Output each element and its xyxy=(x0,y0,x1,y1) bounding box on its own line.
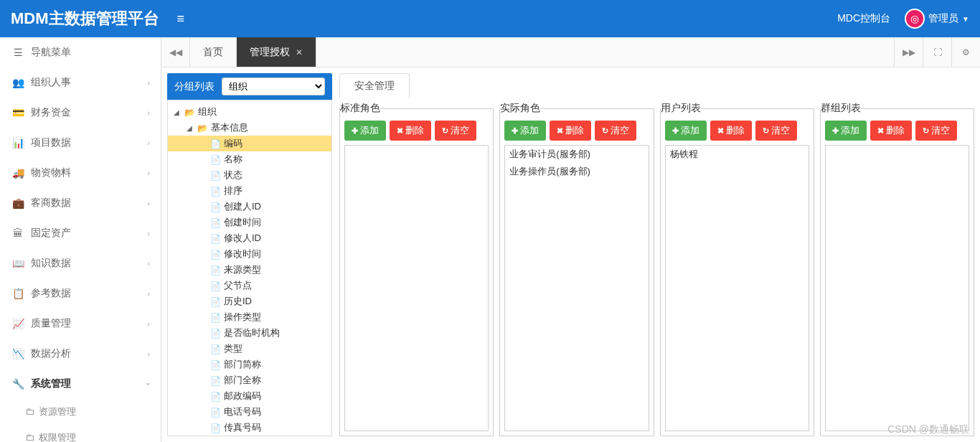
settings-button[interactable]: ⚙ xyxy=(951,37,980,67)
tree-root[interactable]: ◢组织 xyxy=(168,104,331,120)
tree-leaf-16[interactable]: 电话号码 xyxy=(168,404,331,420)
tree-leaf-7[interactable]: 来源类型 xyxy=(168,262,331,278)
user-menu[interactable]: 管理员 ▼ xyxy=(905,9,969,29)
chevron-right-icon: › xyxy=(147,108,150,117)
tree-leaf-8[interactable]: 父节点 xyxy=(168,278,331,293)
panel-1: 实际角色✚添加✖删除↻清空业务审计员(服务部)业务操作员(服务部) xyxy=(499,102,654,436)
sidebar-item-label: 财务资金 xyxy=(31,106,71,119)
panel-list[interactable] xyxy=(825,145,969,431)
fullscreen-button[interactable]: ⛶ xyxy=(923,37,951,67)
panel-list[interactable] xyxy=(344,145,489,431)
tree-leaf-5[interactable]: 修改人ID xyxy=(168,230,331,246)
file-icon xyxy=(210,217,222,227)
sidebar-item-3[interactable]: 📊项目数据› xyxy=(0,128,161,158)
tabs-scroll-right[interactable]: ▶▶ xyxy=(894,37,923,67)
add-button[interactable]: ✚添加 xyxy=(504,121,546,141)
tree-leaf-14[interactable]: 部门全称 xyxy=(168,372,331,388)
tree-node-label: 修改时间 xyxy=(224,248,261,260)
close-icon[interactable]: ✕ xyxy=(296,47,303,57)
tree-node-label: 部门全称 xyxy=(224,374,261,387)
tree-leaf-4[interactable]: 创建时间 xyxy=(168,215,331,230)
clr-button[interactable]: ↻清空 xyxy=(595,121,636,141)
tree-leaf-10[interactable]: 操作类型 xyxy=(168,309,331,325)
tree-leaf-3[interactable]: 创建人ID xyxy=(168,199,331,215)
sidebar-item-1[interactable]: 👥组织人事› xyxy=(0,67,161,98)
sidebar-item-label: 项目数据 xyxy=(31,136,71,149)
del-button[interactable]: ✖删除 xyxy=(550,121,591,141)
tree-group[interactable]: ◢基本信息 xyxy=(168,120,331,136)
list-item[interactable]: 业务审计员(服务部) xyxy=(505,146,648,163)
tab-home[interactable]: 首页 xyxy=(190,37,237,67)
sidebar-item-6[interactable]: 🏛固定资产› xyxy=(0,218,161,248)
del-button[interactable]: ✖删除 xyxy=(710,121,752,141)
clr-button[interactable]: ↻清空 xyxy=(915,121,957,141)
file-icon xyxy=(210,375,222,385)
sidebar-item-4[interactable]: 🚚物资物料› xyxy=(0,158,161,188)
clr-button[interactable]: ↻清空 xyxy=(435,121,476,141)
tree-leaf-11[interactable]: 是否临时机构 xyxy=(168,325,331,341)
console-link[interactable]: MDC控制台 xyxy=(837,12,890,25)
del-button[interactable]: ✖删除 xyxy=(390,121,431,141)
tree-leaf-9[interactable]: 历史ID xyxy=(168,293,331,309)
group-select[interactable]: 组织 xyxy=(222,77,325,95)
file-icon xyxy=(210,154,222,164)
sidebar-item-11[interactable]: 🔧系统管理› xyxy=(0,369,161,399)
tree-toggle-icon[interactable]: ◢ xyxy=(187,124,195,132)
sidebar-item-9[interactable]: 📈质量管理› xyxy=(0,309,161,339)
clr-icon: ↻ xyxy=(442,126,448,136)
menu-toggle-icon[interactable]: ≡ xyxy=(177,11,185,27)
tree-leaf-18[interactable]: 主数据编码 xyxy=(168,436,331,436)
file-icon xyxy=(210,423,222,433)
location-icon xyxy=(905,9,925,29)
tree-leaf-12[interactable]: 类型 xyxy=(168,341,331,357)
sidebar-subitem-label: 资源管理 xyxy=(39,406,76,417)
sidebar-item-0[interactable]: ☰导航菜单 xyxy=(0,37,161,67)
sidebar-item-10[interactable]: 📉数据分析› xyxy=(0,339,161,369)
panel-title: 标准角色 xyxy=(340,102,380,115)
tree-leaf-15[interactable]: 邮政编码 xyxy=(168,388,331,404)
sidebar-subitem-0[interactable]: 🗀资源管理 xyxy=(0,399,161,425)
sidebar-item-2[interactable]: 💳财务资金› xyxy=(0,98,161,128)
add-button[interactable]: ✚添加 xyxy=(825,121,867,141)
file-icon xyxy=(210,391,222,401)
sidebar-item-5[interactable]: 💼客商数据› xyxy=(0,188,161,218)
add-button[interactable]: ✚添加 xyxy=(665,121,707,141)
chevron-right-icon: › xyxy=(147,289,150,298)
user-name: 管理员 xyxy=(928,12,958,25)
tree-leaf-selected[interactable]: 编码 xyxy=(168,136,331,151)
tree-leaf-2[interactable]: 排序 xyxy=(168,183,331,199)
sidebar-subitem-1[interactable]: 🗀权限管理 xyxy=(0,425,161,442)
sidebar-item-label: 质量管理 xyxy=(31,317,71,330)
file-icon xyxy=(210,186,222,196)
tree-title: 分组列表 xyxy=(174,80,215,93)
list-item[interactable]: 杨铁程 xyxy=(666,146,809,163)
tabs-scroll-left[interactable]: ◀◀ xyxy=(161,37,190,67)
del-icon: ✖ xyxy=(717,126,724,136)
panel-list[interactable]: 杨铁程 xyxy=(665,145,809,431)
button-label: 添加 xyxy=(360,124,379,137)
tree-node-label: 父节点 xyxy=(224,279,252,292)
clr-button[interactable]: ↻清空 xyxy=(755,121,797,141)
button-label: 删除 xyxy=(405,124,424,137)
tree-leaf-0[interactable]: 名称 xyxy=(168,151,331,167)
sidebar-item-7[interactable]: 📖知识数据› xyxy=(0,248,161,278)
list-item[interactable]: 业务操作员(服务部) xyxy=(505,163,648,180)
tree-leaf-13[interactable]: 部门简称 xyxy=(168,357,331,372)
tree-leaf-6[interactable]: 修改时间 xyxy=(168,246,331,262)
del-button[interactable]: ✖删除 xyxy=(870,121,912,141)
panel-list[interactable]: 业务审计员(服务部)业务操作员(服务部) xyxy=(504,145,649,431)
inner-tab-security[interactable]: 安全管理 xyxy=(339,73,410,98)
sidebar-item-8[interactable]: 📋参考数据› xyxy=(0,278,161,309)
tree-leaf-1[interactable]: 状态 xyxy=(168,167,331,183)
tree-node-label: 创建人ID xyxy=(224,200,261,213)
sidebar-item-label: 参考数据 xyxy=(31,287,71,300)
tree-toggle-icon[interactable]: ◢ xyxy=(174,108,182,116)
file-icon xyxy=(210,170,222,180)
sidebar: ☰导航菜单👥组织人事›💳财务资金›📊项目数据›🚚物资物料›💼客商数据›🏛固定资产… xyxy=(0,37,161,442)
tree-body[interactable]: ◢组织◢基本信息编码名称状态排序创建人ID创建时间修改人ID修改时间来源类型父节… xyxy=(167,100,332,436)
add-button[interactable]: ✚添加 xyxy=(344,121,386,141)
sidebar-icon: 🚚 xyxy=(11,167,25,179)
tab-manage-auth[interactable]: 管理授权✕ xyxy=(237,37,316,67)
tree-leaf-17[interactable]: 传真号码 xyxy=(168,420,331,436)
app-header: MDM主数据管理平台 ≡ MDC控制台 管理员 ▼ xyxy=(0,0,980,37)
